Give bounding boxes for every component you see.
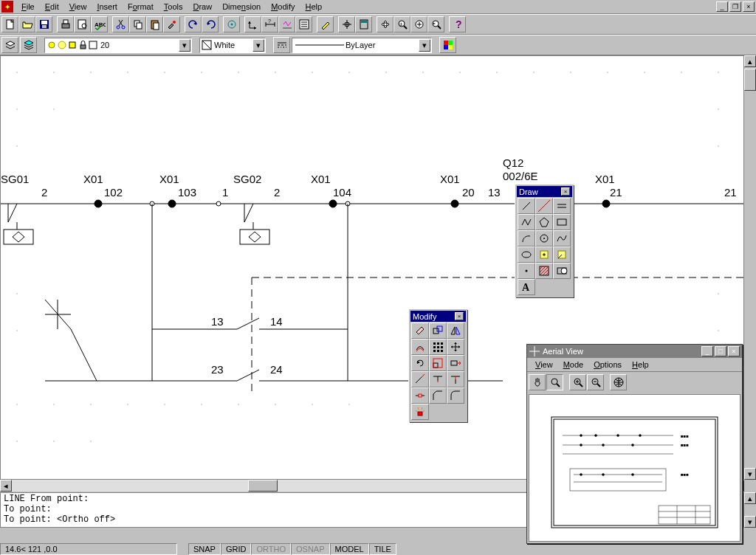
minimize-button[interactable]: _: [701, 346, 713, 356]
stretch-tool[interactable]: [447, 355, 464, 371]
layer-combo[interactable]: 20 ▾: [44, 38, 192, 53]
open-button[interactable]: [18, 16, 35, 32]
move-tool[interactable]: [447, 339, 464, 355]
pan-button[interactable]: [377, 16, 394, 32]
snap-toggle[interactable]: SNAP: [188, 543, 221, 555]
print-button[interactable]: [57, 16, 74, 32]
rectangle-tool[interactable]: [553, 214, 571, 230]
aerial-zoom-button[interactable]: [546, 374, 563, 390]
make-layer-current-button[interactable]: [1, 37, 18, 53]
maximize-button[interactable]: □: [715, 346, 726, 356]
tracking-button[interactable]: [338, 16, 355, 32]
aerial-menu-help[interactable]: Help: [627, 359, 654, 370]
paste-button[interactable]: [146, 16, 163, 32]
explode-tool[interactable]: [411, 404, 429, 420]
mtext-tool[interactable]: A: [518, 279, 535, 295]
point-tool[interactable]: [518, 263, 535, 279]
scroll-down-button[interactable]: ▾: [744, 468, 756, 480]
calculator-button[interactable]: [355, 16, 372, 32]
region-tool[interactable]: [553, 263, 571, 279]
close-button[interactable]: ×: [728, 346, 740, 356]
scroll-down-button[interactable]: ▾: [744, 516, 756, 528]
redo-button[interactable]: [202, 16, 219, 32]
dropdown-icon[interactable]: ▾: [419, 39, 430, 52]
zoom-previous-button[interactable]: [427, 16, 444, 32]
window-titlebar[interactable]: Aerial View _ □ ×: [527, 345, 742, 358]
help-button[interactable]: ?: [449, 16, 466, 32]
layers-button[interactable]: [20, 37, 37, 53]
array-tool[interactable]: [429, 339, 447, 355]
copy-button[interactable]: [129, 16, 146, 32]
line-tool[interactable]: [518, 198, 535, 214]
menu-insert[interactable]: Insert: [92, 1, 123, 13]
rotate-tool[interactable]: [411, 355, 429, 371]
undo-button[interactable]: [185, 16, 202, 32]
break-tool[interactable]: [411, 387, 429, 404]
cmd-scrollbar[interactable]: ▴ ▾: [744, 492, 756, 528]
print-preview-button[interactable]: [74, 16, 91, 32]
redraw-button[interactable]: [278, 16, 295, 32]
osnap-from-button[interactable]: [223, 16, 240, 32]
aerial-canvas[interactable]: ■■■ ■■■ ■■■: [529, 394, 740, 542]
spline-tool[interactable]: [553, 230, 571, 247]
offset-tool[interactable]: [411, 339, 429, 355]
aerial-zoomout-button[interactable]: [587, 374, 604, 390]
linetype-combo[interactable]: ByLayer ▾: [292, 38, 432, 53]
menu-dimension[interactable]: Dimension: [217, 1, 266, 13]
distance-button[interactable]: ?: [261, 16, 278, 32]
aerial-menu-view[interactable]: View: [530, 359, 558, 370]
colors-button[interactable]: [439, 37, 456, 53]
tile-toggle[interactable]: TILE: [369, 543, 396, 555]
make-block-tool[interactable]: [553, 247, 571, 263]
zoom-realtime-button[interactable]: ±: [394, 16, 410, 32]
grid-toggle[interactable]: GRID: [221, 543, 252, 555]
scroll-up-button[interactable]: ▴: [744, 55, 756, 67]
fillet-tool[interactable]: [447, 387, 464, 404]
insert-block-tool[interactable]: [535, 247, 553, 263]
aerial-zoomin-button[interactable]: [569, 374, 586, 390]
menu-view[interactable]: View: [64, 1, 92, 13]
chamfer-tool[interactable]: [429, 387, 447, 404]
minimize-button[interactable]: _: [716, 1, 728, 12]
scroll-up-button[interactable]: ▴: [744, 492, 756, 504]
construction-line-tool[interactable]: [535, 198, 553, 214]
menu-modify[interactable]: Modify: [266, 1, 300, 13]
menu-help[interactable]: Help: [300, 1, 328, 13]
menu-draw[interactable]: Draw: [188, 1, 217, 13]
aerial-pan-button[interactable]: [529, 374, 546, 390]
modify-palette[interactable]: Modify ×: [409, 309, 467, 422]
scrollbar-vertical[interactable]: ▴ ▾: [744, 55, 756, 480]
ucs-button[interactable]: [244, 16, 261, 32]
erase-tool[interactable]: [411, 323, 429, 339]
close-button[interactable]: ×: [743, 1, 755, 12]
dropdown-icon[interactable]: ▾: [252, 39, 264, 52]
aerial-menu-options[interactable]: Options: [588, 359, 627, 370]
menu-edit[interactable]: Edit: [40, 1, 64, 13]
trim-tool[interactable]: [429, 371, 447, 387]
draw-palette[interactable]: Draw × A: [515, 185, 574, 297]
scroll-left-button[interactable]: ◂: [0, 480, 12, 492]
scroll-thumb[interactable]: [248, 480, 278, 492]
ortho-toggle[interactable]: ORTHO: [251, 543, 291, 555]
scale-tool[interactable]: [429, 355, 447, 371]
save-button[interactable]: [35, 16, 52, 32]
cut-button[interactable]: [112, 16, 129, 32]
aerial-global-button[interactable]: [610, 374, 627, 390]
new-button[interactable]: [1, 16, 18, 32]
restore-button[interactable]: ❐: [729, 1, 741, 12]
circle-tool[interactable]: [535, 230, 553, 247]
osnap-toggle[interactable]: OSNAP: [291, 543, 330, 555]
mirror-tool[interactable]: [447, 323, 464, 339]
pencil-button[interactable]: [317, 16, 334, 32]
lengthen-tool[interactable]: [411, 371, 429, 387]
polyline-tool[interactable]: [518, 214, 535, 230]
close-icon[interactable]: ×: [455, 312, 464, 320]
menu-tools[interactable]: Tools: [159, 1, 188, 13]
extend-tool[interactable]: [447, 371, 464, 387]
zoom-window-button[interactable]: [410, 16, 427, 32]
ellipse-tool[interactable]: [518, 247, 535, 263]
palette-titlebar[interactable]: Draw ×: [517, 186, 572, 197]
copy-tool[interactable]: [429, 323, 447, 339]
palette-titlebar[interactable]: Modify ×: [410, 311, 466, 322]
close-icon[interactable]: ×: [561, 187, 570, 196]
